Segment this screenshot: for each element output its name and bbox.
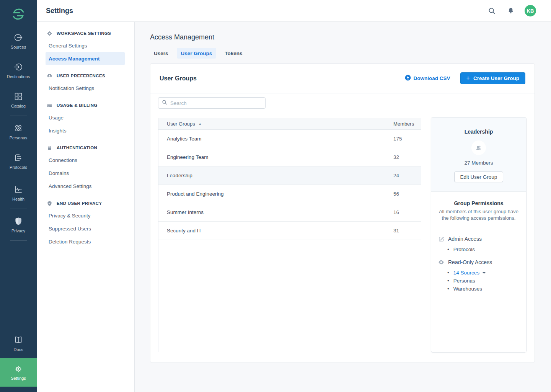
rail-item-label: Sources (11, 45, 26, 49)
sidebar-group-end-user-privacy: END USER PRIVACY Privacy & Security Supp… (37, 198, 134, 248)
search-box (158, 97, 266, 109)
table-row[interactable]: Product and Engineering 56 (158, 185, 421, 203)
sidebar-group-workspace-settings: WORKSPACE SETTINGS General Settings Acce… (37, 28, 134, 65)
eye-icon (438, 259, 444, 265)
rail-item-label: Protocols (10, 165, 27, 170)
group-avatar (471, 140, 486, 155)
health-icon (13, 185, 23, 194)
group-detail-panel: Leadership 27 Members Edit User Group (431, 117, 527, 353)
read-only-access-list: • 14 Sources • Personas • Warehouses (438, 269, 519, 293)
tab-users[interactable]: Users (150, 48, 173, 59)
sort-ascending-icon: ▲ (199, 122, 202, 126)
privacy-shield-icon (13, 216, 23, 226)
rail-divider (10, 240, 27, 241)
rail-item-privacy[interactable]: Privacy (0, 212, 37, 237)
read-only-access-label: Read-Only Access (448, 259, 492, 265)
catalog-icon (13, 91, 23, 101)
create-user-group-button[interactable]: + Create User Group (460, 72, 525, 84)
bullet: • (447, 269, 449, 277)
rail-item-label: Destinations (7, 74, 30, 79)
rail-item-health[interactable]: Health (0, 181, 37, 205)
rail-item-settings-active[interactable]: Settings (0, 358, 37, 387)
sidebar-item-insights[interactable]: Insights (46, 124, 125, 137)
permission-item: • Personas (438, 277, 519, 285)
personas-icon (13, 123, 23, 133)
sidebar-item-privacy-security[interactable]: Privacy & Security (46, 209, 125, 222)
bullet: • (447, 285, 449, 293)
shield-icon (46, 201, 52, 206)
members-count-cell: 56 (393, 191, 421, 197)
user-circle-icon (46, 73, 52, 79)
group-summary: Leadership 27 Members Edit User Group (431, 118, 526, 192)
rail-item-label: Settings (11, 376, 26, 381)
permissions-title: Group Permissions (438, 200, 519, 206)
sidebar-group-header: END USER PRIVACY (37, 198, 134, 209)
app-rail: Sources Destinations Catalog Personas Pr… (0, 0, 37, 392)
sidebar-item-general-settings[interactable]: General Settings (46, 39, 125, 52)
group-name-cell: Summer Interns (158, 209, 393, 215)
sidebar-item-notification-settings[interactable]: Notification Settings (46, 82, 125, 95)
sidebar-item-domains[interactable]: Domains (46, 167, 125, 180)
rail-item-protocols[interactable]: Protocols (0, 149, 37, 173)
rail-item-catalog[interactable]: Catalog (0, 88, 37, 112)
search-icon[interactable] (487, 6, 496, 15)
search-input[interactable] (170, 100, 262, 106)
sources-count-link[interactable]: 14 Sources (453, 269, 479, 277)
sidebar-item-usage[interactable]: Usage (46, 111, 125, 124)
group-name-cell: Analytics Team (158, 136, 393, 142)
rail-item-destinations[interactable]: Destinations (0, 58, 37, 83)
sidebar-group-authentication: AUTHENTICATION Connections Domains Advan… (37, 142, 134, 193)
members-count-cell: 175 (393, 136, 421, 142)
column-header-user-groups[interactable]: User Groups ▲ (158, 121, 393, 127)
read-only-access-row: Read-Only Access (438, 259, 519, 265)
card-title: User Groups (160, 75, 405, 82)
edit-user-group-button[interactable]: Edit User Group (454, 172, 504, 182)
member-count: 27 Members (437, 160, 520, 166)
rail-divider (10, 177, 27, 177)
group-name-cell: Product and Engineering (158, 191, 393, 197)
group-name: Leadership (437, 129, 520, 135)
table-row[interactable]: Security and IT 31 (158, 222, 421, 240)
rail-item-label: Privacy (11, 229, 25, 233)
rail-item-label: Docs (13, 347, 23, 352)
plus-icon: + (466, 75, 470, 81)
sidebar-item-advanced-settings[interactable]: Advanced Settings (46, 180, 125, 193)
rail-item-sources[interactable]: Sources (0, 29, 37, 53)
table-row-selected[interactable]: Leadership 24 (158, 167, 421, 185)
section-title: Access Management (150, 33, 551, 41)
group-name-cell: Leadership (158, 173, 393, 178)
sidebar-item-deletion-requests[interactable]: Deletion Requests (46, 235, 125, 248)
sidebar-group-header: USER PREFERENCES (37, 70, 134, 82)
segment-logo-icon[interactable] (9, 5, 28, 23)
members-count-cell: 24 (393, 173, 421, 178)
sidebar-group-header: AUTHENTICATION (37, 142, 134, 154)
table-row[interactable]: Engineering Team 32 (158, 148, 421, 167)
top-header: Settings KB (37, 0, 551, 22)
download-csv-link[interactable]: Download CSV (405, 75, 450, 82)
sidebar-group-header: WORKSPACE SETTINGS (37, 28, 134, 39)
tab-user-groups[interactable]: User Groups (177, 48, 217, 59)
admin-access-list: • Protocols (438, 245, 519, 253)
user-groups-table: User Groups ▲ Members Analytics Team 175… (158, 118, 421, 352)
sidebar-item-suppressed-users[interactable]: Suppressed Users (46, 222, 125, 235)
sidebar-item-connections[interactable]: Connections (46, 154, 125, 167)
main-content: Access Management Users User Groups Toke… (135, 22, 551, 392)
rail-item-docs[interactable]: Docs (0, 331, 37, 356)
column-header-members: Members (393, 121, 421, 127)
rail-divider (10, 209, 27, 209)
notifications-bell-icon[interactable] (506, 6, 515, 15)
table-row[interactable]: Summer Interns 16 (158, 203, 421, 222)
tab-tokens[interactable]: Tokens (220, 48, 246, 59)
sidebar-item-access-management[interactable]: Access Management (46, 52, 125, 65)
sidebar-group-header: USAGE & BILLING (37, 100, 134, 111)
rail-divider (10, 116, 27, 116)
rail-item-label: Personas (10, 136, 27, 140)
rail-item-personas[interactable]: Personas (0, 119, 37, 144)
lock-icon (46, 145, 52, 151)
permissions-subtitle: All members of this user group have the … (438, 209, 519, 221)
chevron-down-icon[interactable] (483, 272, 486, 274)
user-avatar[interactable]: KB (525, 5, 536, 16)
table-row[interactable]: Analytics Team 175 (158, 130, 421, 148)
bullet: • (447, 277, 449, 285)
gear-icon (14, 364, 23, 374)
